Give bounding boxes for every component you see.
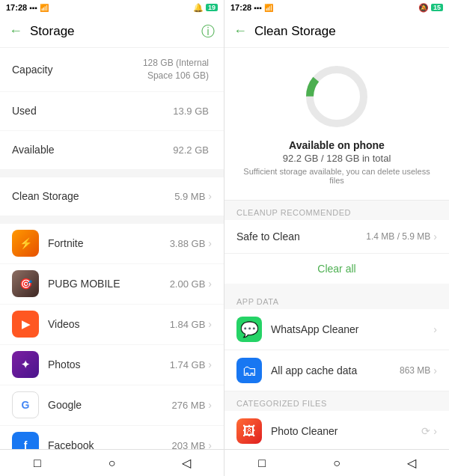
chevron-app-0: › (208, 237, 212, 249)
chevron-app-3: › (208, 358, 212, 370)
app-item-1[interactable]: 🎯 PUBG MOBILE 2.00 GB › (0, 264, 224, 305)
app-data-list: 💬 WhatsApp Cleaner › 🗂 All app cache dat… (224, 309, 449, 391)
nav-back-left[interactable]: ◁ (177, 454, 195, 472)
chevron-app-1: › (208, 278, 212, 290)
chevron-app-2: › (208, 318, 212, 330)
safe-to-clean-value: 1.4 MB / 5.9 MB (366, 231, 430, 242)
clean-storage-content: Available on phone 92.2 GB / 128 GB in t… (224, 48, 449, 449)
available-title: Available on phone (289, 139, 385, 151)
bell-icon: 🔔 (193, 3, 204, 13)
available-note: Sufficient storage available, you can de… (239, 167, 434, 185)
categorized-name-0: Photo Cleaner (271, 425, 421, 437)
nav-bar-left: □ ○ ◁ (0, 449, 224, 476)
app-data-item-0[interactable]: 💬 WhatsApp Cleaner › (224, 309, 449, 350)
capacity-label: Capacity (12, 64, 143, 76)
info-icon[interactable]: ⓘ (201, 22, 215, 40)
battery-badge-left: 19 (206, 4, 218, 11)
nav-circle-left[interactable]: ○ (103, 454, 120, 472)
app-item-4[interactable]: G Google 276 MB › (0, 385, 224, 426)
left-panel: 17:28 ▪▪▪ 📶 🔔 19 ← Storage ⓘ Capacity 12… (0, 0, 224, 476)
time-left: 17:28 (6, 3, 27, 12)
app-size-0: 3.88 GB (170, 238, 206, 249)
nav-back-right[interactable]: ◁ (403, 454, 421, 472)
app-icon-0: ⚡ (12, 230, 39, 257)
clean-storage-label: Clean Storage (12, 190, 174, 202)
available-sub: 92.2 GB / 128 GB in total (283, 153, 391, 164)
app-size-4: 276 MB (172, 400, 206, 411)
safe-to-clean-item[interactable]: Safe to Clean 1.4 MB / 5.9 MB › (224, 220, 449, 254)
capacity-value: 128 GB (Internal Space 106 GB) (143, 57, 209, 82)
status-bar-right: 17:28 ▪▪▪ 📶 🔕 15 (224, 0, 449, 15)
chevron-app-5: › (208, 439, 212, 449)
app-data-icon-0: 💬 (236, 317, 262, 342)
categorized-section-header: CATEGORIZED FILES (224, 391, 449, 411)
chevron-icon: › (208, 190, 212, 202)
app-data-name-0: WhatsApp Cleaner (271, 323, 433, 335)
app-size-3: 1.74 GB (170, 359, 206, 370)
categorized-item-0[interactable]: 🖼 Photo Cleaner ⟳ › (224, 411, 449, 449)
clean-storage-value: 5.9 MB (174, 191, 205, 202)
app-icon-3: ✦ (12, 351, 39, 378)
wifi-icon: 📶 (40, 4, 49, 12)
time-right: 17:28 (230, 3, 251, 12)
nav-bar-right: □ ○ ◁ (224, 449, 449, 476)
chevron-safe: › (433, 231, 437, 242)
clean-storage-item[interactable]: Clean Storage 5.9 MB › (0, 177, 224, 216)
back-button-right[interactable]: ← (233, 23, 247, 39)
app-data-section-header: APP DATA (224, 290, 449, 309)
capacity-item: Capacity 128 GB (Internal Space 106 GB) (0, 48, 224, 92)
chevron-appdata-1: › (433, 364, 437, 376)
header-left: ← Storage ⓘ (0, 15, 224, 48)
app-icon-4: G (12, 391, 39, 418)
used-value: 13.9 GB (173, 106, 209, 117)
cleanup-section-header: Cleanup recommended (224, 201, 449, 220)
signal-icon-right: ▪▪▪ (254, 4, 262, 12)
donut-section: Available on phone 92.2 GB / 128 GB in t… (224, 48, 449, 201)
used-item: Used 13.9 GB (0, 92, 224, 131)
battery-badge-right: 15 (431, 4, 443, 11)
clear-all-button[interactable]: Clear all (317, 263, 355, 275)
chevron-app-4: › (208, 399, 212, 411)
categorized-list: 🖼 Photo Cleaner ⟳ › (224, 411, 449, 449)
app-icon-1: 🎯 (12, 270, 39, 297)
page-title-right: Clean Storage (254, 24, 440, 39)
header-right: ← Clean Storage (224, 15, 449, 48)
app-data-icon-1: 🗂 (236, 358, 262, 383)
nav-circle-right[interactable]: ○ (328, 454, 346, 472)
back-button-left[interactable]: ← (9, 23, 22, 39)
app-item-5[interactable]: f Facebook 203 MB › (0, 426, 224, 449)
available-item: Available 92.2 GB (0, 131, 224, 170)
app-item-3[interactable]: ✦ Photos 1.74 GB › (0, 345, 224, 385)
available-label: Available (12, 144, 173, 156)
app-size-5: 203 MB (172, 440, 206, 449)
right-panel: 17:28 ▪▪▪ 📶 🔕 15 ← Clean Storage (224, 0, 449, 476)
clear-all-row: Clear all (224, 254, 449, 290)
app-name-1: PUBG MOBILE (48, 278, 170, 290)
app-data-size-1: 863 MB (400, 365, 430, 376)
page-title-left: Storage (30, 24, 201, 39)
wifi-icon-right: 📶 (264, 4, 273, 12)
app-name-0: Fortnite (48, 237, 170, 249)
bell-icon-right: 🔕 (418, 3, 429, 13)
available-value: 92.2 GB (173, 144, 209, 156)
app-name-4: Google (48, 399, 172, 411)
used-label: Used (12, 105, 173, 117)
nav-square-right[interactable]: □ (253, 454, 271, 472)
categorized-icon-0: 🖼 (236, 418, 262, 444)
app-size-1: 2.00 GB (170, 278, 206, 290)
app-data-name-1: All app cache data (271, 364, 400, 376)
status-bar-left: 17:28 ▪▪▪ 📶 🔔 19 (0, 0, 224, 15)
app-data-item-1[interactable]: 🗂 All app cache data 863 MB › (224, 350, 449, 391)
app-list: ⚡ Fortnite 3.88 GB › 🎯 PUBG MOBILE 2.00 … (0, 224, 224, 449)
app-name-3: Photos (48, 358, 170, 370)
app-item-2[interactable]: ▶ Videos 1.84 GB › (0, 305, 224, 345)
donut-chart (303, 63, 370, 130)
signal-icon: ▪▪▪ (29, 4, 37, 12)
app-item-0[interactable]: ⚡ Fortnite 3.88 GB › (0, 224, 224, 264)
app-icon-5: f (12, 432, 39, 449)
chevron-cat-0: ⟳ › (421, 425, 437, 437)
svg-point-0 (310, 70, 364, 123)
nav-square-left[interactable]: □ (28, 454, 46, 472)
app-icon-2: ▶ (12, 311, 39, 338)
app-name-2: Videos (48, 318, 170, 330)
